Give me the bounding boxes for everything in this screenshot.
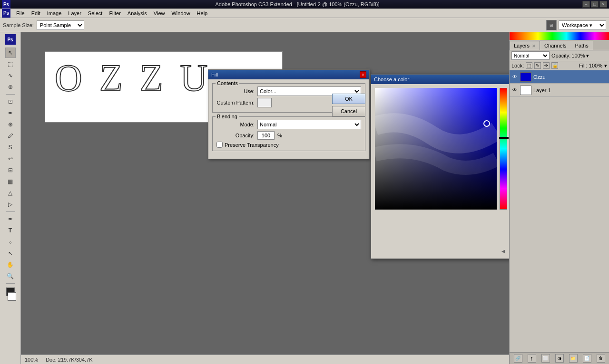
fill-custom-pattern-label: Custom Pattern:	[216, 100, 255, 105]
path-select-tool[interactable]: ↖	[5, 248, 16, 259]
gradient-inner[interactable]	[375, 88, 497, 210]
hue-slider-area: ◀	[500, 88, 507, 255]
dodge-tool[interactable]: ▷	[5, 199, 16, 210]
tab-paths[interactable]: Paths	[571, 41, 593, 50]
color-gradient-area[interactable]	[375, 88, 497, 255]
eraser-tool[interactable]: ⊟	[5, 165, 16, 175]
fill-mode-select[interactable]: Normal Dissolve Multiply Screen Overlay	[257, 120, 361, 129]
minimize-button[interactable]: −	[582, 1, 590, 8]
fill-mode-label: Mode:	[216, 122, 255, 127]
close-button[interactable]: ×	[599, 1, 607, 8]
fill-pattern-preview	[257, 98, 272, 107]
ps-menu-icon: Ps	[2, 9, 10, 18]
fill-contents-label: Contents	[216, 80, 239, 86]
lock-transparent-btn[interactable]: ⬚	[526, 62, 532, 69]
fill-dialog: Fill × Contents Use: Color... Foreground…	[208, 69, 370, 159]
clone-tool[interactable]: S	[5, 142, 16, 153]
menu-select[interactable]: Select	[85, 10, 106, 17]
menu-image[interactable]: Image	[44, 10, 65, 17]
color-gradient-bar	[510, 32, 609, 40]
hue-arrow[interactable]: ◀	[500, 247, 507, 255]
layers-tab-label: Layers	[514, 43, 530, 48]
background-color[interactable]	[8, 292, 16, 301]
fill-mode-row: Mode: Normal Dissolve Multiply Screen Ov…	[216, 120, 361, 129]
workspace-select[interactable]: Workspace ▾	[559, 20, 606, 30]
shape-tool[interactable]: ⬦	[5, 237, 16, 247]
tab-layers[interactable]: Layers ✕	[510, 41, 540, 50]
brush-tool[interactable]: 🖊	[5, 131, 16, 141]
menu-edit[interactable]: Edit	[29, 10, 43, 17]
fill-opacity-input[interactable]: 100	[257, 131, 275, 140]
blur-tool[interactable]: △	[5, 188, 16, 198]
hue-slider[interactable]	[500, 88, 507, 210]
pen-tool[interactable]: ✒	[5, 214, 16, 224]
ps-side-logo: Ps	[5, 34, 16, 45]
window-title: Adobe Photoshop CS3 Extended - [Untitled…	[12, 1, 582, 7]
menu-layer[interactable]: Layer	[65, 10, 84, 17]
preserve-transparency-checkbox[interactable]	[216, 142, 223, 148]
magic-wand-tool[interactable]: ⊛	[5, 82, 16, 92]
layers-lock-row: Lock: ⬚ ✎ ✣ 🔒 Fill: 100% ▾	[510, 61, 609, 70]
adjustment-layer-btn[interactable]: ◑	[555, 354, 564, 363]
lasso-tool[interactable]: ∿	[5, 70, 16, 81]
main-layout: Ps ↖ ⬚ ∿ ⊛ ⊡ ✒ ⊕ 🖊 S ↩ ⊟ ▦ △ ▷ ✒ T ⬦ ↖ ✋…	[0, 32, 609, 364]
lock-position-btn[interactable]: ✣	[543, 62, 550, 69]
fill-label: Fill:	[579, 63, 587, 68]
color-picker-titlebar: Choose a color: ×	[371, 75, 509, 84]
doc-size: Doc: 219.7K/304.7K	[46, 357, 92, 363]
paths-tab-label: Paths	[575, 43, 589, 48]
hand-tool[interactable]: ✋	[5, 259, 16, 270]
history-brush[interactable]: ↩	[5, 153, 16, 164]
window-controls[interactable]: − □ ×	[582, 1, 607, 8]
new-group-btn[interactable]: 📁	[569, 354, 578, 363]
fill-ok-button[interactable]: OK	[332, 94, 365, 104]
menu-window[interactable]: Window	[168, 10, 193, 17]
layers-mode-row: Normal Dissolve Multiply Opacity: 100% ▾	[510, 50, 609, 61]
eyedropper-tool[interactable]: ✒	[5, 108, 16, 118]
hue-indicator	[499, 137, 509, 139]
maximize-button[interactable]: □	[591, 1, 599, 8]
menu-file[interactable]: File	[13, 10, 28, 17]
layer-item-ozzu[interactable]: 👁 Ozzu	[510, 70, 609, 84]
layer-name-ozzu: Ozzu	[533, 74, 607, 80]
layer-visibility-ozzu[interactable]: 👁	[511, 74, 518, 80]
layer-item-layer1[interactable]: 👁 Layer 1	[510, 84, 609, 97]
delete-layer-btn[interactable]: 🗑	[597, 354, 605, 363]
crop-tool[interactable]: ⊡	[5, 96, 16, 107]
layer-thumb-ozzu	[520, 72, 531, 82]
zoom-tool[interactable]: 🔍	[5, 271, 16, 281]
layers-empty-space	[510, 97, 609, 352]
link-layers-btn[interactable]: 🔗	[514, 354, 522, 363]
text-tool[interactable]: T	[5, 225, 16, 236]
menu-filter[interactable]: Filter	[106, 10, 123, 17]
lock-all-btn[interactable]: 🔒	[551, 62, 558, 69]
move-tool[interactable]: ↖	[5, 48, 16, 58]
opacity-arrow[interactable]: ▾	[586, 53, 589, 59]
color-gradient-square[interactable]	[375, 88, 497, 210]
lock-image-btn[interactable]: ✎	[534, 62, 541, 69]
menu-help[interactable]: Help	[194, 10, 211, 17]
preserve-transparency-label: Preserve Transparency	[225, 142, 279, 148]
add-mask-btn[interactable]: ⬜	[541, 354, 550, 363]
fill-cancel-button[interactable]: Cancel	[332, 106, 365, 116]
fill-arrow[interactable]: ▾	[604, 63, 607, 69]
layers-opacity-area: Opacity: 100% ▾	[551, 53, 589, 59]
layer-style-btn[interactable]: ƒ	[528, 354, 536, 363]
tool-separator-3	[6, 283, 15, 284]
menu-analysis[interactable]: Analysis	[125, 10, 150, 17]
layers-mode-select[interactable]: Normal Dissolve Multiply	[511, 51, 550, 60]
gradient-tool[interactable]: ▦	[5, 176, 16, 187]
fill-preserve-row: Preserve Transparency	[216, 142, 361, 148]
sample-size-select[interactable]: Point Sample 3 by 3 Average 5 by 5 Avera…	[37, 20, 84, 30]
layers-tab-close[interactable]: ✕	[532, 44, 536, 48]
title-bar: Ps Adobe Photoshop CS3 Extended - [Untit…	[0, 0, 609, 9]
layer-visibility-layer1[interactable]: 👁	[511, 87, 518, 94]
fill-dialog-close[interactable]: ×	[360, 71, 366, 78]
menu-view[interactable]: View	[151, 10, 168, 17]
lock-label: Lock:	[511, 63, 524, 68]
new-layer-btn[interactable]: 📄	[583, 354, 591, 363]
fill-dialog-titlebar: Fill ×	[208, 70, 369, 79]
heal-tool[interactable]: ⊕	[5, 119, 16, 130]
tab-channels[interactable]: Channels	[540, 41, 570, 50]
marquee-tool[interactable]: ⬚	[5, 59, 16, 69]
